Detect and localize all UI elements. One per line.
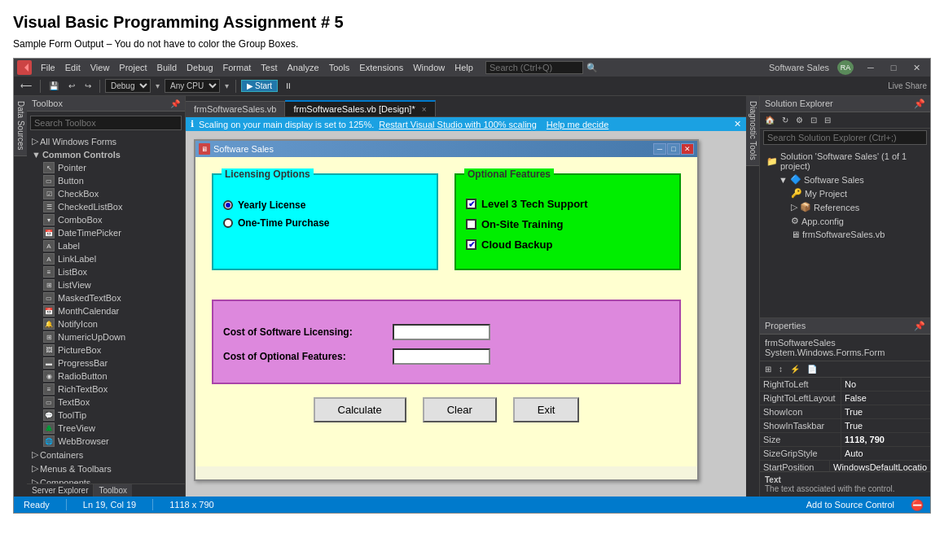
toolbox-all-windows-forms[interactable]: ▷ All Windows Forms xyxy=(29,134,183,148)
toolbox-item-radiobutton[interactable]: ◉ RadioButton xyxy=(29,370,183,383)
prop-pages-btn[interactable]: 📄 xyxy=(804,363,820,375)
prop-events-btn[interactable]: ⚡ xyxy=(787,363,803,375)
form-maximize-button[interactable]: □ xyxy=(667,143,680,155)
sol-settings-btn[interactable]: ⚙ xyxy=(793,114,806,126)
radio-yearly-license[interactable]: Yearly License xyxy=(223,199,427,211)
menu-test[interactable]: Test xyxy=(257,61,281,74)
menu-help[interactable]: Help xyxy=(450,61,477,74)
menu-debug[interactable]: Debug xyxy=(182,61,217,74)
toolbox-search-input[interactable] xyxy=(30,116,182,130)
global-search-input[interactable] xyxy=(485,61,583,74)
menu-file[interactable]: File xyxy=(37,61,59,74)
toolbox-item-richtextbox[interactable]: ≡ RichTextBox xyxy=(29,383,183,396)
exit-button[interactable]: Exit xyxy=(513,397,580,422)
toolbox-item-progressbar[interactable]: ▬ ProgressBar xyxy=(29,357,183,370)
clear-button[interactable]: Clear xyxy=(423,397,497,422)
toolbox-item-label[interactable]: A Label xyxy=(29,239,183,252)
toolbox-item-notifyicon[interactable]: 🔔 NotifyIcon xyxy=(29,317,183,330)
toolbox-item-checkbox[interactable]: ☑ CheckBox xyxy=(29,187,183,200)
designer-area[interactable]: 🖥 Software Sales ─ □ ✕ xyxy=(186,131,746,497)
server-explorer-tab[interactable]: Server Explorer xyxy=(27,484,94,497)
menu-build[interactable]: Build xyxy=(153,61,181,74)
prop-value-rtll[interactable]: False xyxy=(841,392,930,405)
tree-solution[interactable]: 📁 Solution 'Software Sales' (1 of 1 proj… xyxy=(763,150,927,173)
calculate-button[interactable]: Calculate xyxy=(314,397,406,422)
close-button[interactable]: ✕ xyxy=(906,60,927,75)
toolbox-components[interactable]: ▷ Components xyxy=(29,475,183,483)
solution-search-input[interactable] xyxy=(763,130,927,145)
form-close-button[interactable]: ✕ xyxy=(681,143,694,155)
toolbox-item-checkedlistbox[interactable]: ☰ CheckedListBox xyxy=(29,200,183,213)
platform-dropdown[interactable]: Any CPU xyxy=(165,79,220,93)
toolbox-item-pointer[interactable]: ↖ Pointer xyxy=(29,161,183,174)
prop-categorize-btn[interactable]: ⊞ xyxy=(762,363,775,375)
diagnostic-tools-tab[interactable]: Diagnostic Tools xyxy=(746,96,759,166)
check-cloud[interactable]: ✔ Cloud Backup xyxy=(466,238,670,251)
toolbox-common-controls[interactable]: ▼ Common Controls xyxy=(29,148,183,161)
toolbox-item-tooltip[interactable]: 💬 ToolTip xyxy=(29,409,183,422)
toolbox-item-datetimepicker[interactable]: 📅 DateTimePicker xyxy=(29,226,183,239)
data-sources-tab[interactable]: Data Sources xyxy=(14,96,27,156)
menu-extensions[interactable]: Extensions xyxy=(355,61,407,74)
check-onsite[interactable]: On-Site Training xyxy=(466,218,670,230)
solution-pin-button[interactable]: 📌 xyxy=(914,98,925,109)
menu-format[interactable]: Format xyxy=(219,61,256,74)
prop-value-size[interactable]: 1118, 790 xyxy=(841,433,930,446)
toolbox-item-webbrowser[interactable]: 🌐 WebBrowser xyxy=(29,435,183,448)
cost-licensing-input[interactable] xyxy=(393,324,490,340)
menu-tools[interactable]: Tools xyxy=(325,61,354,74)
menu-project[interactable]: Project xyxy=(115,61,151,74)
info-close-button[interactable]: ✕ xyxy=(734,119,741,129)
tree-references[interactable]: ▷ 📦 References xyxy=(763,200,927,214)
menu-window[interactable]: Window xyxy=(409,61,449,74)
pause-button[interactable]: ⏸ xyxy=(281,80,296,92)
prop-value-showicon[interactable]: True xyxy=(841,405,930,418)
tab-code[interactable]: frmSoftwareSales.vb xyxy=(186,101,285,116)
start-button[interactable]: ▶ Start xyxy=(241,80,278,92)
toolbox-containers[interactable]: ▷ Containers xyxy=(29,448,183,462)
toolbox-pin-button[interactable]: 📌 xyxy=(170,99,180,108)
toolbox-item-picturebox[interactable]: 🖼 PictureBox xyxy=(29,343,183,357)
toolbox-tab[interactable]: Toolbox xyxy=(94,484,131,497)
undo-button[interactable]: ↩ xyxy=(65,80,78,92)
tree-myproject[interactable]: 🔑 My Project xyxy=(763,186,927,200)
prop-value-showintaskbar[interactable]: True xyxy=(841,419,930,432)
status-source-control[interactable]: Add to Source Control xyxy=(803,500,898,510)
tab-designer[interactable]: frmSoftwareSales.vb [Design]* × xyxy=(285,100,435,116)
live-share-btn[interactable]: Live Share xyxy=(888,81,927,90)
help-link[interactable]: Help me decide xyxy=(547,120,608,129)
radio-one-time[interactable]: One-Time Purchase xyxy=(223,217,427,229)
debug-config-dropdown[interactable]: Debug xyxy=(105,79,151,93)
toolbox-item-listbox[interactable]: ≡ ListBox xyxy=(29,265,183,278)
properties-pin-button[interactable]: 📌 xyxy=(914,321,925,331)
save-button[interactable]: 💾 xyxy=(46,80,62,92)
toolbox-item-combobox[interactable]: ▾ ComboBox xyxy=(29,213,183,226)
menu-analyze[interactable]: Analyze xyxy=(283,61,323,74)
sol-collapse-btn[interactable]: ⊟ xyxy=(821,114,834,126)
sol-refresh-btn[interactable]: ↻ xyxy=(779,114,792,126)
back-button[interactable]: ⟵ xyxy=(17,80,35,92)
restart-link[interactable]: Restart Visual Studio with 100% scaling xyxy=(379,120,537,129)
redo-button[interactable]: ↪ xyxy=(81,80,94,92)
cost-optional-input[interactable] xyxy=(393,348,490,365)
minimize-button[interactable]: ─ xyxy=(860,60,881,75)
prop-alpha-btn[interactable]: ↕ xyxy=(775,363,786,375)
tree-appconfig[interactable]: ⚙ App.config xyxy=(763,214,927,228)
toolbox-item-numericupdown[interactable]: ⊞ NumericUpDown xyxy=(29,330,183,343)
menu-edit[interactable]: Edit xyxy=(61,61,85,74)
menu-view[interactable]: View xyxy=(86,61,114,74)
toolbox-item-textbox[interactable]: ▭ TextBox xyxy=(29,396,183,409)
toolbox-item-linklabel[interactable]: A LinkLabel xyxy=(29,252,183,265)
tree-project[interactable]: ▼ 🔷 Software Sales xyxy=(763,173,927,186)
toolbox-item-button[interactable]: ▭ Button xyxy=(29,174,183,187)
toolbox-item-treeview[interactable]: 🌲 TreeView xyxy=(29,422,183,435)
check-level3[interactable]: ✔ Level 3 Tech Support xyxy=(466,198,670,210)
sol-home-btn[interactable]: 🏠 xyxy=(762,114,778,126)
prop-value-righttoleft[interactable]: No xyxy=(841,378,930,391)
prop-value-sizegripstyle[interactable]: Auto xyxy=(841,447,930,460)
toolbox-item-maskedtextbox[interactable]: ▭ MaskedTextBox xyxy=(29,291,183,304)
tab-close-button[interactable]: × xyxy=(422,105,427,114)
toolbox-menus-toolbars[interactable]: ▷ Menus & Toolbars xyxy=(29,462,183,475)
toolbox-item-listview[interactable]: ⊞ ListView xyxy=(29,278,183,291)
maximize-button[interactable]: □ xyxy=(883,60,904,75)
